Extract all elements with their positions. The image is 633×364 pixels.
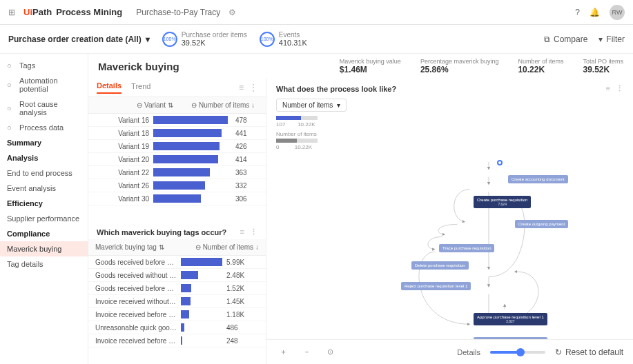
sidebar-item[interactable]: ○Process data — [0, 120, 88, 135]
more-icon[interactable]: ⋮ — [616, 84, 623, 93]
date-filter[interactable]: Purchase order creation date (All)▾ — [8, 34, 150, 44]
more-icon[interactable]: ⋮ — [250, 228, 257, 236]
sidebar: ○Tags○Automation potential○Root cause an… — [0, 54, 88, 364]
filter-icon[interactable]: ≡ — [606, 84, 610, 93]
process-graph[interactable]: Create accounting documentCreate purchas… — [266, 154, 633, 339]
bell-icon[interactable]: 🔔 — [590, 8, 600, 17]
kpi-ring: 100% Purchase order items39.52K — [162, 31, 247, 47]
sidebar-item[interactable]: Tag details — [0, 256, 88, 272]
tag-row[interactable]: Goods received before PO ... 1.52K — [88, 282, 266, 295]
sidebar-item[interactable]: Event analysis — [0, 181, 88, 196]
compare-button[interactable]: ⧉Compare — [544, 34, 587, 44]
process-node[interactable]: Reject purchase requisition level 1 — [401, 282, 471, 290]
filter-icon[interactable]: ≡ — [239, 83, 244, 92]
sidebar-item[interactable]: End to end process — [0, 165, 88, 181]
sidebar-item[interactable]: ○Automation potential — [0, 73, 88, 97]
col-items[interactable]: Number of items — [199, 101, 249, 109]
metric: Maverick buying value$1.46M — [340, 58, 401, 74]
tag-row[interactable]: Goods received without P... 2.48K — [88, 269, 266, 282]
tag-row[interactable]: Goods received before PO ... 5.99K — [88, 256, 266, 269]
tab-details[interactable]: Details — [97, 81, 121, 94]
variant-row[interactable]: Variant 22 363 — [88, 166, 266, 179]
tag-row[interactable]: Invoice received before PO... 248 — [88, 334, 266, 347]
apps-icon[interactable]: ⊞ — [8, 8, 15, 17]
zoom-out-button[interactable]: ＋ — [276, 345, 290, 359]
help-icon[interactable]: ? — [575, 8, 580, 17]
variant-row[interactable]: Variant 20 414 — [88, 153, 266, 166]
page-title: Maverick buying — [98, 61, 179, 72]
variant-row[interactable]: Variant 16 478 — [88, 114, 266, 127]
target-icon: ○ — [7, 104, 15, 112]
sidebar-header[interactable]: Compliance — [0, 226, 88, 241]
metric: Number of items10.22K — [518, 58, 563, 74]
wand-icon: ○ — [7, 81, 15, 89]
reset-button[interactable]: ↻Reset to default — [555, 347, 623, 357]
process-node[interactable]: Trace purchase requisition — [439, 244, 494, 252]
zoom-in-button[interactable]: － — [300, 345, 313, 359]
zoom-fit-button[interactable]: ⊙ — [323, 345, 337, 359]
metric: Total PO items39.52K — [583, 58, 623, 74]
sidebar-item[interactable]: Supplier performance — [0, 211, 88, 226]
col-variant[interactable]: Variant — [144, 101, 166, 109]
col-tag-items[interactable]: Number of items — [203, 243, 253, 251]
sidebar-header[interactable]: Summary — [0, 135, 88, 150]
details-label: Details — [457, 348, 480, 356]
start-node — [497, 160, 503, 165]
tag-row[interactable]: Invoice received before PO... 1.18K — [88, 308, 266, 321]
more-icon[interactable]: ⋮ — [249, 83, 257, 92]
process-node[interactable]: Create purchase requisition7,624 — [474, 196, 531, 208]
variant-row[interactable]: Variant 30 306 — [88, 192, 266, 205]
variant-row[interactable]: Variant 26 332 — [88, 179, 266, 192]
kpi-ring: 100% Events410.31K — [260, 31, 307, 47]
process-node[interactable]: Delete purchase requisition — [411, 261, 469, 270]
tab-trend[interactable]: Trend — [131, 82, 150, 93]
variant-row[interactable]: Variant 18 441 — [88, 127, 266, 140]
process-node[interactable]: Create accounting document — [508, 175, 568, 183]
scale-bar-2 — [276, 139, 318, 143]
logo: UiPath Process Mining — [23, 7, 122, 17]
sidebar-item[interactable]: ○Root cause analysis — [0, 97, 88, 120]
gear-icon[interactable]: ⚙ — [228, 8, 236, 17]
col-tag[interactable]: Maverick buying tag — [95, 243, 157, 251]
avatar[interactable]: RW — [610, 5, 625, 20]
process-metric-select[interactable]: Number of items▾ — [276, 99, 347, 112]
sidebar-item[interactable]: Maverick buying — [0, 241, 88, 256]
filter-button[interactable]: ▾Filter — [598, 34, 625, 44]
process-node[interactable]: Approve purchase requisition level 2 — [474, 337, 547, 339]
sidebar-header[interactable]: Efficiency — [0, 196, 88, 211]
metric: Percentage maverick buying25.86% — [420, 58, 499, 74]
sidebar-header[interactable]: Analysis — [0, 150, 88, 165]
filter-icon[interactable]: ≡ — [240, 228, 244, 236]
variant-row[interactable]: Variant 19 426 — [88, 140, 266, 153]
tags-title: Which maverick buying tags occur? — [97, 228, 226, 236]
scale-bar — [276, 116, 318, 120]
chevron-down-icon: ▾ — [146, 34, 150, 44]
process-title: What does the process look like? — [276, 85, 396, 93]
context-label: Purchase-to-Pay Tracy — [136, 8, 220, 17]
tag-icon: ○ — [7, 61, 15, 70]
tag-row[interactable]: Invoice received without P... 1.45K — [88, 295, 266, 308]
process-node[interactable]: Create outgoing payment — [515, 220, 568, 228]
detail-slider[interactable] — [490, 351, 545, 354]
process-node[interactable]: Approve purchase requisition level 13,82… — [474, 313, 547, 325]
tag-row[interactable]: Unreasonable quick goods... 486 — [88, 321, 266, 334]
db-icon: ○ — [7, 123, 15, 132]
sidebar-item[interactable]: ○Tags — [0, 58, 88, 73]
